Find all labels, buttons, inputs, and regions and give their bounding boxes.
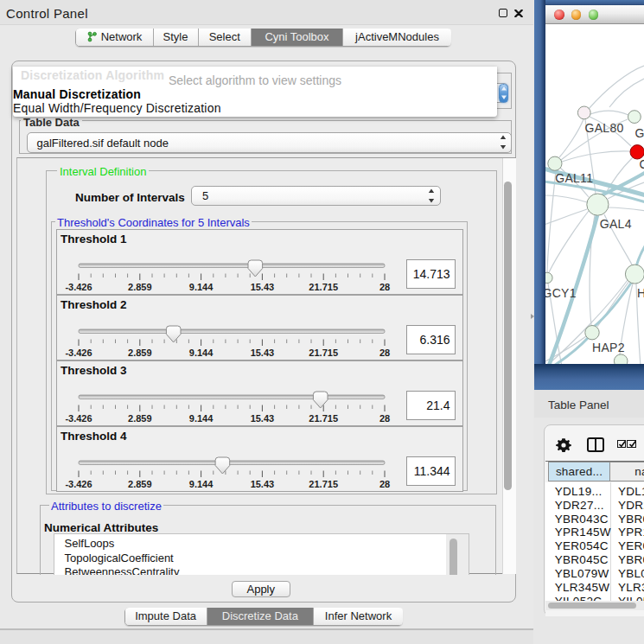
svg-text:28: 28 (379, 479, 390, 489)
svg-text:-3.426: -3.426 (65, 413, 92, 424)
svg-text:28: 28 (379, 348, 390, 358)
svg-text:15.43: 15.43 (251, 348, 275, 358)
svg-text:HAP2: HAP2 (592, 341, 625, 354)
svg-text:9.144: 9.144 (189, 348, 214, 358)
svg-text:-3.426: -3.426 (65, 348, 92, 358)
svg-text:GAL4: GAL4 (599, 217, 631, 231)
svg-text:9.144: 9.144 (189, 282, 214, 292)
svg-text:15.43: 15.43 (251, 479, 275, 489)
svg-text:21.715: 21.715 (309, 348, 338, 358)
svg-text:2.859: 2.859 (128, 479, 152, 489)
svg-text:28: 28 (379, 413, 390, 424)
svg-text:-3.426: -3.426 (65, 479, 92, 489)
svg-text:21.715: 21.715 (309, 479, 338, 489)
svg-text:15.43: 15.43 (251, 413, 275, 424)
svg-text:GAL11: GAL11 (555, 171, 593, 185)
svg-text:15.43: 15.43 (251, 282, 275, 292)
svg-text:-3.426: -3.426 (65, 282, 92, 292)
svg-text:9.144: 9.144 (189, 479, 214, 489)
svg-text:28: 28 (379, 282, 390, 292)
svg-text:2.859: 2.859 (128, 282, 152, 292)
svg-text:21.715: 21.715 (309, 282, 338, 292)
svg-text:2.859: 2.859 (128, 348, 152, 358)
svg-text:2.859: 2.859 (128, 413, 152, 424)
svg-text:21.715: 21.715 (309, 413, 338, 424)
svg-text:9.144: 9.144 (189, 413, 214, 424)
svg-text:CY: CY (639, 157, 644, 171)
svg-text:HA: HA (637, 286, 644, 300)
svg-text:GCY1: GCY1 (545, 286, 577, 300)
svg-text:GAL80: GAL80 (584, 121, 623, 135)
svg-text:GA: GA (634, 126, 644, 140)
